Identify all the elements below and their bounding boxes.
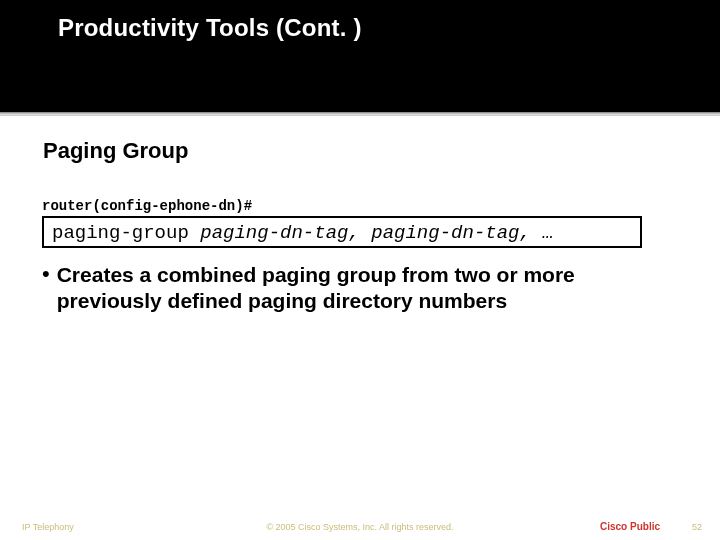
cli-prompt: router(config-ephone-dn)# [42, 198, 252, 214]
bullet-list: • Creates a combined paging group from t… [42, 262, 662, 313]
cli-command-args: paging-dn-tag, paging-dn-tag, … [200, 222, 553, 244]
slide-title: Productivity Tools (Cont. ) [58, 14, 678, 42]
cli-command-keyword: paging-group [52, 222, 189, 244]
bullet-dot: • [42, 262, 51, 285]
slide-root: Productivity Tools (Cont. ) Paging Group… [0, 0, 720, 540]
bullet-text: Creates a combined paging group from two… [57, 262, 662, 313]
cli-prompt-text: router(config-ephone-dn)# [42, 198, 252, 214]
list-item: • Creates a combined paging group from t… [42, 262, 662, 313]
footer-right: Cisco Public [600, 521, 660, 532]
footer-page: 52 [692, 522, 702, 532]
cli-command-box: paging-group paging-dn-tag, paging-dn-ta… [42, 216, 642, 248]
section-heading: Paging Group [43, 138, 188, 164]
divider-shadow [0, 115, 720, 116]
